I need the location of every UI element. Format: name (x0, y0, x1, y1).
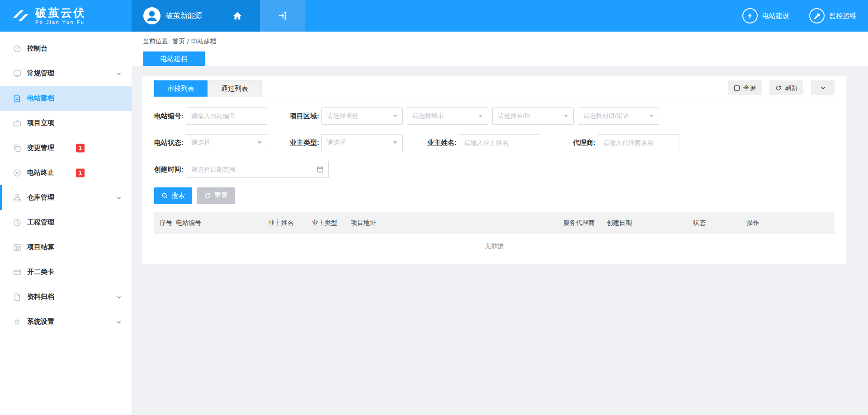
sidebar-item-console[interactable]: 控制台 (0, 36, 132, 61)
chevron-down-icon (820, 85, 826, 91)
sidebar-item-project-settlement[interactable]: 项目结算 (0, 235, 132, 260)
sidebar-item-change-management[interactable]: 变更管理 1 (0, 135, 132, 160)
page-tab-station-archive[interactable]: 电站建档 (143, 51, 205, 66)
sidebar-item-document-archive[interactable]: 资料归档 (0, 284, 132, 309)
fullscreen-label: 全屏 (743, 84, 756, 92)
station-no-input[interactable] (186, 107, 267, 125)
chevron-down-icon (116, 195, 122, 201)
filter-actions: 搜索 重置 (154, 187, 835, 204)
main-content: 当前位置: 首页 / 电站建档 电站建档 审核列表 通过列表 全 (132, 32, 868, 415)
chevron-down-icon (564, 115, 568, 117)
nav-label: 电站建设 (762, 12, 789, 20)
sidebar-item-label: 控制台 (27, 44, 47, 53)
breadcrumb-prefix: 当前位置: (143, 37, 170, 46)
county-placeholder: 请选择县/区 (498, 112, 531, 120)
tab-passed-list[interactable]: 通过列表 (208, 80, 262, 97)
notification-badge: 1 (76, 144, 85, 152)
home-button[interactable] (214, 0, 260, 32)
user-account[interactable]: 破茧新能源 (132, 0, 214, 32)
region-label: 项目区域: (290, 112, 319, 121)
tab-review-list[interactable]: 审核列表 (154, 80, 208, 97)
breadcrumb-home[interactable]: 首页 (172, 37, 185, 46)
chevron-down-icon (116, 294, 122, 300)
column-header-operations: 操作 (747, 219, 835, 227)
gear-icon (13, 318, 21, 326)
date-range-input[interactable] (186, 161, 329, 178)
station-no-label: 电站编号: (154, 112, 184, 121)
station-status-select[interactable]: 请选择 (186, 134, 267, 151)
sidebar-item-station-archive[interactable]: 电站建档 (0, 86, 132, 111)
refresh-icon (775, 85, 782, 91)
chevron-down-icon (649, 115, 654, 117)
stop-circle-icon (13, 169, 21, 177)
sidebar-item-open-class2-card[interactable]: 开二类卡 (0, 260, 132, 284)
province-placeholder: 请选择省份 (327, 112, 359, 120)
app-root: 破茧云伏 Po Jian Yun Fu 破茧新能源 (0, 0, 868, 415)
town-placeholder: 请选择村镇/街道 (583, 112, 629, 120)
sidebar-item-label: 电站终止 (27, 168, 54, 177)
sidebar-item-warehouse-management[interactable]: 仓库管理 (0, 185, 132, 210)
agent-label: 代理商: (563, 139, 595, 147)
column-header-owner-type: 业主类型 (312, 219, 351, 227)
collapse-button[interactable] (811, 80, 835, 95)
chevron-down-icon (116, 319, 122, 325)
refresh-button[interactable]: 刷新 (769, 80, 803, 95)
station-status-label: 电站状态: (154, 139, 184, 147)
agent-input[interactable] (598, 134, 679, 151)
column-header-project-address: 项目地址 (351, 219, 563, 227)
logo-title: 破茧云伏 (35, 7, 86, 19)
nav-station-construction[interactable]: 电站建设 (742, 8, 789, 23)
status-placeholder: 请选择 (191, 139, 210, 147)
reset-button[interactable]: 重置 (197, 187, 235, 204)
sidebar-item-system-settings[interactable]: 系统设置 (0, 309, 132, 334)
sidebar-item-general-management[interactable]: 常规管理 (0, 61, 132, 86)
company-name: 破茧新能源 (166, 11, 202, 21)
search-label: 搜索 (171, 191, 185, 200)
nav-monitoring-ops[interactable]: 监控运维 (809, 8, 856, 23)
owner-type-select[interactable]: 请选择 (321, 134, 403, 151)
city-select[interactable]: 请选择城市 (407, 107, 488, 125)
sidebar-item-engineering-management[interactable]: 工程管理 (0, 210, 132, 235)
sitemap-icon (13, 194, 21, 202)
briefcase-icon (13, 119, 21, 127)
sidebar-item-label: 项目立项 (27, 119, 54, 127)
chevron-down-icon (116, 71, 122, 76)
app-logo: 破茧云伏 Po Jian Yun Fu (0, 0, 132, 32)
owner-type-placeholder: 请选择 (327, 139, 346, 147)
sidebar-item-label: 开二类卡 (27, 268, 54, 276)
reset-icon (204, 192, 211, 199)
copy-icon (13, 144, 21, 152)
file-icon (13, 293, 21, 301)
town-select[interactable]: 请选择村镇/街道 (578, 107, 659, 125)
chevron-down-icon (393, 115, 397, 117)
sidebar-item-label: 系统设置 (27, 317, 54, 326)
filter-form: 电站编号: 项目区域: 请选择省份 请选择城市 (154, 107, 835, 178)
column-header-index: 序号 (154, 219, 176, 227)
county-select[interactable]: 请选择县/区 (492, 107, 574, 125)
sidebar-item-label: 电站建档 (27, 94, 54, 103)
sidebar: 控制台 常规管理 电站建档 项目立项 (0, 32, 132, 415)
sidebar-item-label: 变更管理 (27, 144, 54, 152)
created-time-label: 创建时间: (154, 165, 184, 174)
filter-row-3: 创建时间: (154, 161, 835, 178)
sidebar-item-station-termination[interactable]: 电站终止 1 (0, 160, 132, 185)
search-button[interactable]: 搜索 (154, 187, 192, 204)
fullscreen-button[interactable]: 全屏 (728, 80, 762, 95)
column-header-owner-name: 业主姓名 (269, 219, 312, 227)
city-placeholder: 请选择城市 (412, 112, 444, 120)
owner-type-label: 业主类型: (290, 139, 319, 147)
chevron-down-icon (393, 141, 397, 144)
province-select[interactable]: 请选择省份 (321, 107, 403, 125)
owner-name-input[interactable] (459, 134, 540, 151)
chevron-down-icon (478, 115, 483, 117)
filter-row-2: 电站状态: 请选择 业主类型: 请选择 业主姓名: (154, 134, 835, 151)
sidebar-item-label: 项目结算 (27, 243, 54, 252)
wrench-icon (809, 8, 825, 23)
logout-icon (278, 11, 288, 21)
table-header: 序号 电站编号 业主姓名 业主类型 项目地址 服务代理商 创建日期 状态 操作 (154, 212, 835, 234)
sidebar-item-label: 资料归档 (27, 293, 54, 301)
owner-name-label: 业主姓名: (427, 139, 457, 147)
sidebar-item-project-initiation[interactable]: 项目立项 (0, 111, 132, 135)
logout-button[interactable] (260, 0, 305, 32)
panel-header: 审核列表 通过列表 全屏 刷新 (154, 76, 835, 97)
